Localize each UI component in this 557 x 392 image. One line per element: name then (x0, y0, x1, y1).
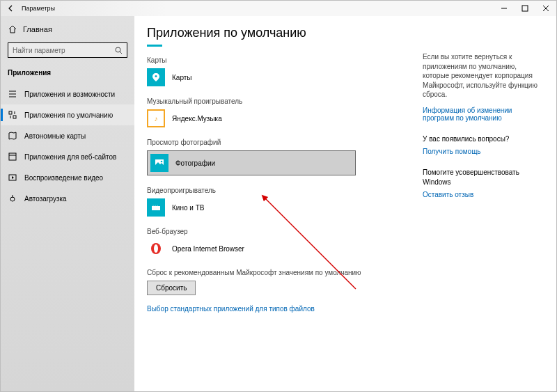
default-app-maps[interactable]: Карты (147, 68, 356, 86)
reset-label: Сброс к рекомендованным Майкрософт значе… (147, 269, 418, 276)
default-app-video[interactable]: Кино и ТВ (147, 198, 356, 217)
home-nav[interactable]: Главная (1, 20, 134, 38)
sidebar-item-label: Автономные карты (24, 132, 86, 140)
title-bar: Параметры (1, 1, 556, 16)
app-name: Opera Internet Browser (172, 245, 244, 253)
music-app-icon: ♪ (147, 109, 165, 127)
aside-panel: Если вы хотите вернуться к приложениям п… (418, 26, 556, 391)
svg-point-20 (161, 161, 163, 163)
aside-link-feedback[interactable]: Оставить отзыв (423, 191, 544, 198)
close-icon (542, 5, 549, 12)
section-label-maps: Карты (147, 56, 418, 64)
list-icon (8, 89, 17, 99)
svg-rect-13 (9, 153, 16, 160)
home-label: Главная (23, 25, 52, 33)
home-icon (8, 24, 17, 34)
aside-question-1: У вас появились вопросы? (423, 134, 544, 144)
search-icon (115, 47, 123, 54)
file-type-defaults-link[interactable]: Выбор стандартных приложений для типов ф… (147, 305, 418, 313)
arrow-left-icon (8, 5, 15, 12)
sidebar-item-label: Приложения для веб-сайтов (24, 153, 116, 161)
window-title: Параметры (22, 5, 55, 12)
aside-link-help[interactable]: Получить помощь (423, 148, 544, 155)
aside-link-info[interactable]: Информация об изменении программ по умол… (423, 107, 544, 122)
aside-info-text: Если вы хотите вернуться к приложениям п… (423, 52, 544, 100)
app-name: Кино и ТВ (172, 204, 204, 212)
sidebar-item-video-playback[interactable]: Воспроизведение видео (1, 167, 134, 188)
video-icon (8, 173, 17, 182)
section-label-photos: Просмотр фотографий (147, 139, 418, 146)
reset-button[interactable]: Сбросить (147, 281, 196, 295)
default-app-browser[interactable]: Opera Internet Browser (147, 240, 356, 258)
page-title: Приложения по умолчанию (147, 26, 418, 40)
minimize-icon (501, 5, 508, 12)
video-app-icon (147, 198, 165, 217)
sidebar-item-apps-websites[interactable]: Приложения для веб-сайтов (1, 146, 134, 167)
minimize-button[interactable] (494, 1, 515, 16)
section-label-music: Музыкальный проигрыватель (147, 97, 418, 105)
section-label-video: Видеопроигрыватель (147, 187, 418, 194)
sidebar-item-label: Приложения по умолчанию (24, 111, 113, 119)
svg-point-25 (157, 205, 157, 205)
svg-rect-10 (13, 116, 16, 118)
close-button[interactable] (535, 1, 556, 16)
startup-icon (8, 194, 17, 203)
sidebar-item-label: Воспроизведение видео (24, 174, 103, 182)
app-name: Яндекс.Музыка (172, 115, 222, 123)
app-name: Фотографии (175, 159, 215, 167)
default-app-music[interactable]: ♪ Яндекс.Музыка (147, 109, 356, 127)
back-button[interactable] (5, 2, 17, 15)
sidebar-group-title: Приложения (1, 65, 134, 84)
svg-point-23 (152, 205, 153, 205)
main-panel: Приложения по умолчанию Карты Карты Музы… (147, 26, 418, 391)
defaults-icon (8, 110, 17, 120)
sidebar-item-default-apps[interactable]: Приложения по умолчанию (1, 104, 134, 125)
sidebar: Главная Найти параметр Приложения Прилож… (1, 16, 134, 391)
svg-point-4 (116, 47, 120, 52)
map-icon (8, 131, 17, 141)
browser-app-icon (147, 240, 165, 258)
default-app-photos[interactable]: Фотографии (147, 150, 356, 175)
photos-app-icon (150, 154, 168, 172)
sidebar-item-offline-maps[interactable]: Автономные карты (1, 125, 134, 146)
maximize-button[interactable] (515, 1, 535, 16)
app-name: Карты (172, 74, 192, 81)
search-input[interactable]: Найти параметр (8, 42, 127, 58)
svg-line-5 (120, 52, 122, 54)
svg-point-18 (155, 75, 157, 77)
svg-rect-1 (522, 6, 528, 11)
sidebar-item-apps-features[interactable]: Приложения и возможности (1, 84, 134, 104)
svg-rect-9 (9, 111, 12, 114)
aside-question-2: Помогите усовершенствовать Windows (423, 168, 544, 187)
search-placeholder: Найти параметр (13, 47, 115, 54)
section-label-browser: Веб-браузер (147, 228, 418, 235)
maps-app-icon (147, 68, 165, 86)
title-underline (147, 45, 162, 47)
svg-point-24 (155, 205, 155, 205)
website-icon (8, 152, 17, 162)
maximize-icon (521, 5, 528, 12)
sidebar-item-label: Автозагрузка (24, 195, 67, 203)
svg-point-27 (154, 244, 158, 253)
sidebar-item-startup[interactable]: Автозагрузка (1, 188, 134, 209)
sidebar-item-label: Приложения и возможности (24, 91, 115, 98)
